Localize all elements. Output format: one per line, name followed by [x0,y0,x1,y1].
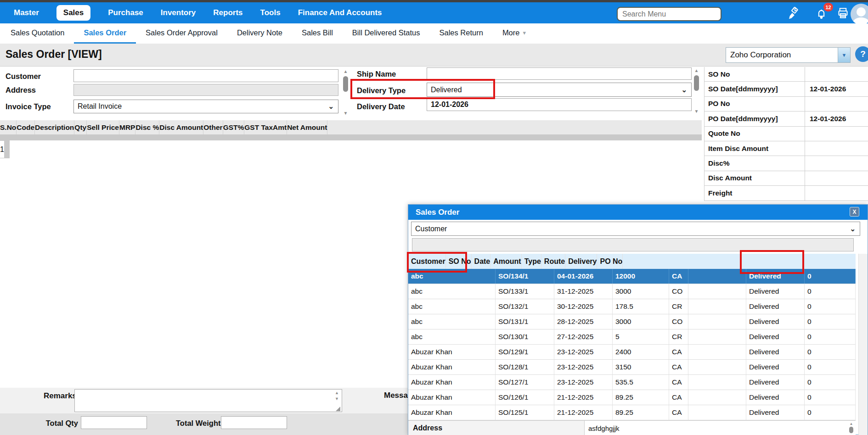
panel-row: Disc% [705,156,868,171]
cell-date: 23-12-2025 [554,345,613,359]
panel-row-label: Quote No [705,127,805,141]
cell-customer: Abuzar Khan [408,345,496,359]
chevron-down-icon: ⌄ [681,86,691,94]
modal-filter-select[interactable]: Customer ⌄ [411,222,860,236]
panel-row-label: Disc% [705,156,805,170]
panel-row-value[interactable] [805,141,868,156]
scroll-up-icon[interactable]: ▲ [850,422,853,426]
sales-order-row[interactable]: abc SO/133/1 31-12-2025 3000 CO Delivere… [408,284,856,299]
total-qty-input[interactable] [81,416,147,429]
panel-row-value[interactable]: 12-01-2026 [805,82,868,96]
sales-order-row[interactable]: abc SO/130/1 27-12-2025 5 CR Delivered 0 [408,329,856,345]
scroll-down-icon[interactable]: ▼ [694,108,699,115]
form-mid-scrollbar[interactable]: ▲ ▼ [692,67,701,115]
address-input[interactable] [73,84,338,96]
module-tab[interactable]: More ▾ [493,23,535,44]
sales-order-row[interactable]: Abuzar Khan SO/127/1 23-12-2025 535.5 CA… [408,375,856,390]
top-nav-item[interactable]: Master [14,8,39,17]
delivery-date-input[interactable] [427,98,692,111]
modal-search-input[interactable] [412,238,854,251]
search-input[interactable] [617,7,721,21]
panel-row-value[interactable] [805,97,868,111]
top-nav-item[interactable]: Tools [260,8,281,17]
total-weight-input[interactable] [221,416,287,429]
cell-route [688,269,746,284]
resize-handle-icon[interactable] [336,407,340,411]
print-icon[interactable] [837,7,849,19]
modal-scrollbar[interactable] [858,254,868,435]
panel-row-value[interactable] [805,67,868,81]
total-weight-label: Total Weight [176,419,220,428]
modal-close-button[interactable]: X [850,207,859,217]
cell-amount: 2400 [613,345,669,359]
panel-row-value[interactable] [805,156,868,170]
sales-order-row[interactable]: abc SO/131/1 28-12-2025 3000 CO Delivere… [408,314,856,329]
scroll-thumb[interactable] [343,76,348,92]
sales-order-row[interactable]: Abuzar Khan SO/126/1 21-12-2025 89.25 CA… [408,390,856,405]
cell-amount: 12000 [613,269,669,284]
scroll-up-icon[interactable]: ▲ [344,68,348,75]
panel-row-value[interactable] [805,127,868,141]
module-tab-label: Sales Return [439,28,483,37]
company-select-arrow-icon[interactable]: ▼ [838,48,850,62]
cell-route [688,375,746,390]
top-nav-item[interactable]: Inventory [161,8,196,17]
sales-order-row[interactable]: abc SO/132/1 30-12-2025 178.5 CR Deliver… [408,299,856,314]
form-left-scrollbar[interactable]: ▲ ▼ [341,68,350,117]
customer-label: Customer [6,72,41,81]
remarks-textarea[interactable] [74,389,342,412]
panel-row-label: Freight [705,186,805,200]
top-nav-item[interactable]: Sales [56,5,90,21]
cell-amount: 3000 [613,314,669,329]
top-nav-item[interactable]: Reports [213,8,242,17]
items-cell[interactable]: 1 [0,140,5,158]
module-tab[interactable]: Delivery Note ▾ [227,23,292,44]
ship-name-input[interactable] [427,67,692,80]
items-cell[interactable] [9,140,10,158]
invoice-type-select[interactable]: Retail Invoice ⌄ [73,100,338,113]
top-nav-item[interactable]: Purchase [108,8,143,17]
module-tab[interactable]: Bill Delivered Status ▾ [343,23,430,44]
module-tab[interactable]: Sales Quotation ▾ [1,23,74,44]
cell-route [688,329,746,344]
cell-so-no: SO/133/1 [496,284,554,299]
module-tab[interactable]: Sales Order Approval ▾ [136,23,227,44]
customer-input[interactable] [73,69,338,82]
modal-column-header: PO No [597,254,623,269]
module-tab-label: Delivery Note [237,28,282,37]
theme-brush-icon[interactable] [788,7,800,19]
sales-order-row[interactable]: Abuzar Khan SO/128/1 23-12-2025 3150 CA … [408,360,856,375]
sales-order-row[interactable]: Abuzar Khan SO/129/1 23-12-2025 2400 CA … [408,345,856,360]
top-nav-item[interactable]: Finance And Accounts [298,8,382,17]
sales-order-row[interactable]: abc SO/134/1 04-01-2026 12000 CA Deliver… [408,269,856,284]
modal-address-value[interactable]: asfdghgjjk ▲ [585,421,856,435]
panel-row-value[interactable] [805,171,868,185]
cell-so-no: SO/126/1 [496,390,554,405]
ship-name-label: Ship Name [357,70,396,78]
panel-row-value[interactable] [805,186,868,200]
address-scrollbar[interactable]: ▲ [848,422,855,435]
items-table-row: 1 [0,140,702,158]
user-avatar[interactable] [851,4,868,25]
scroll-down-icon[interactable]: ▼ [344,110,348,117]
delivery-type-select[interactable]: Delivered ⌄ [427,83,692,97]
help-button[interactable]: ? [855,46,868,62]
cell-po-no: 0 [805,390,856,405]
modal-filter-value: Customer [411,225,850,233]
company-select[interactable]: Zoho Corporation ▼ [726,47,851,63]
sales-order-row[interactable]: Abuzar Khan SO/125/1 21-12-2025 89.25 CA… [408,405,856,420]
textarea-scroll-up-icon[interactable]: ▲ [335,390,339,395]
module-tab[interactable]: Sales Order ▾ [74,23,136,44]
total-qty-label: Total Qty [32,419,78,428]
scroll-thumb[interactable] [694,75,699,91]
scroll-up-icon[interactable]: ▲ [694,67,699,74]
panel-row-value[interactable]: 12-01-2026 [805,112,868,126]
cell-delivery: Delivered [746,314,805,329]
cell-type: CA [669,405,688,420]
module-tab[interactable]: Sales Bill ▾ [292,23,343,44]
invoice-type-value: Retail Invoice [74,102,328,111]
module-tab[interactable]: Sales Return ▾ [429,23,492,44]
textarea-scroll-down-icon[interactable]: ▼ [335,396,339,401]
cell-amount: 535.5 [613,375,669,390]
scroll-thumb[interactable] [849,427,853,433]
